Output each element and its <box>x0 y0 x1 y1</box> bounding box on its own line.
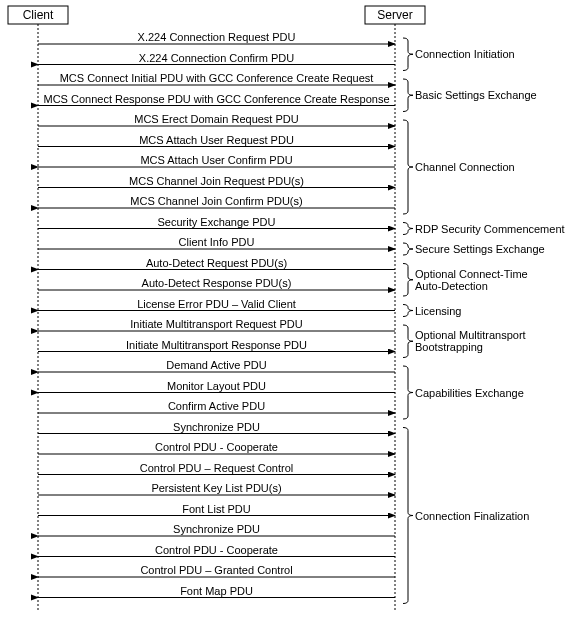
phase-brace <box>403 243 413 255</box>
phase-brace <box>403 264 413 297</box>
phase-label: Licensing <box>415 305 461 317</box>
phase-label: Optional Connect-Time <box>415 268 528 280</box>
rdp-connection-sequence-diagram: ClientServerX.224 Connection Request PDU… <box>0 0 583 630</box>
message-label: Security Exchange PDU <box>158 216 276 228</box>
message-label: Synchronize PDU <box>173 421 260 433</box>
message-label: Auto-Detect Request PDU(s) <box>146 257 287 269</box>
phase-label: Basic Settings Exchange <box>415 89 537 101</box>
phase-brace <box>403 79 413 112</box>
phase-label: Connection Initiation <box>415 48 515 60</box>
message-label: Control PDU – Granted Control <box>140 564 292 576</box>
message-label: Initiate Multitransport Response PDU <box>126 339 307 351</box>
phase-brace <box>403 305 413 317</box>
message-label: Persistent Key List PDU(s) <box>151 482 281 494</box>
message-label: MCS Connect Initial PDU with GCC Confere… <box>60 72 374 84</box>
message-label: X.224 Connection Confirm PDU <box>139 52 294 64</box>
server-label: Server <box>377 8 412 22</box>
message-label: Synchronize PDU <box>173 523 260 535</box>
client-label: Client <box>23 8 54 22</box>
message-label: Font Map PDU <box>180 585 253 597</box>
message-label: MCS Erect Domain Request PDU <box>134 113 298 125</box>
message-label: Client Info PDU <box>179 236 255 248</box>
message-label: Control PDU - Cooperate <box>155 544 278 556</box>
message-label: Control PDU - Cooperate <box>155 441 278 453</box>
message-label: MCS Attach User Confirm PDU <box>140 154 292 166</box>
message-label: License Error PDU – Valid Client <box>137 298 296 310</box>
phase-brace <box>403 366 413 419</box>
phase-brace <box>403 428 413 604</box>
message-label: X.224 Connection Request PDU <box>138 31 296 43</box>
phase-brace <box>403 38 413 71</box>
phase-label: Auto-Detection <box>415 280 488 292</box>
phase-brace <box>403 325 413 358</box>
message-label: MCS Channel Join Request PDU(s) <box>129 175 304 187</box>
message-label: Initiate Multitransport Request PDU <box>130 318 302 330</box>
phase-label: Capabilities Exchange <box>415 387 524 399</box>
message-label: MCS Channel Join Confirm PDU(s) <box>130 195 302 207</box>
message-label: Font List PDU <box>182 503 251 515</box>
phase-label: Connection Finalization <box>415 510 529 522</box>
phase-label: Secure Settings Exchange <box>415 243 545 255</box>
message-label: Demand Active PDU <box>166 359 266 371</box>
phase-label: Channel Connection <box>415 161 515 173</box>
phase-label: Bootstrapping <box>415 341 483 353</box>
message-label: MCS Attach User Request PDU <box>139 134 294 146</box>
message-label: Auto-Detect Response PDU(s) <box>142 277 292 289</box>
message-label: MCS Connect Response PDU with GCC Confer… <box>43 93 389 105</box>
message-label: Control PDU – Request Control <box>140 462 293 474</box>
phase-brace <box>403 223 413 235</box>
phase-brace <box>403 120 413 214</box>
message-label: Monitor Layout PDU <box>167 380 266 392</box>
phase-label: Optional Multitransport <box>415 329 526 341</box>
phase-label: RDP Security Commencement <box>415 223 565 235</box>
message-label: Confirm Active PDU <box>168 400 265 412</box>
